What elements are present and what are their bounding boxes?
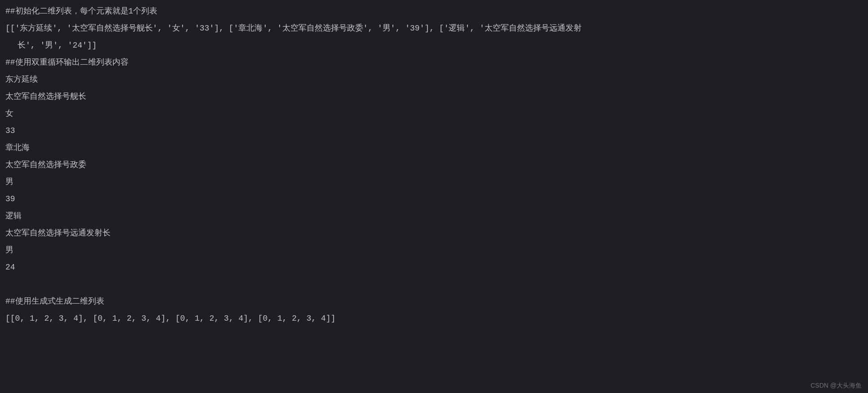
output-line: [[0, 1, 2, 3, 4], [0, 1, 2, 3, 4], [0, 1… xyxy=(5,310,863,327)
output-line: [['东方延续', '太空军自然选择号舰长', '女', '33'], ['章北… xyxy=(5,20,863,37)
output-line: 男 xyxy=(5,173,863,190)
output-line: 男 xyxy=(5,242,863,259)
watermark-text: CSDN @大头海鱼 xyxy=(810,382,862,389)
output-line: 长', '男', '24']] xyxy=(5,37,863,54)
output-line: ##使用生成式生成二维列表 xyxy=(5,293,863,310)
output-line: 太空军自然选择号远通发射长 xyxy=(5,225,863,242)
output-line: 33 xyxy=(5,122,863,139)
output-line: 39 xyxy=(5,190,863,208)
code-output-block: ##初始化二维列表，每个元素就是1个列表[['东方延续', '太空军自然选择号舰… xyxy=(0,0,868,393)
output-line: 东方延续 xyxy=(5,71,863,88)
output-line xyxy=(5,276,863,293)
output-line: ##使用双重循环输出二维列表内容 xyxy=(5,54,863,71)
output-line: 24 xyxy=(5,259,863,276)
output-line: ##初始化二维列表，每个元素就是1个列表 xyxy=(5,3,863,20)
output-line: 太空军自然选择号舰长 xyxy=(5,88,863,105)
output-line: 女 xyxy=(5,105,863,122)
output-line: 太空军自然选择号政委 xyxy=(5,156,863,173)
output-line: 章北海 xyxy=(5,139,863,156)
output-line: 逻辑 xyxy=(5,208,863,225)
